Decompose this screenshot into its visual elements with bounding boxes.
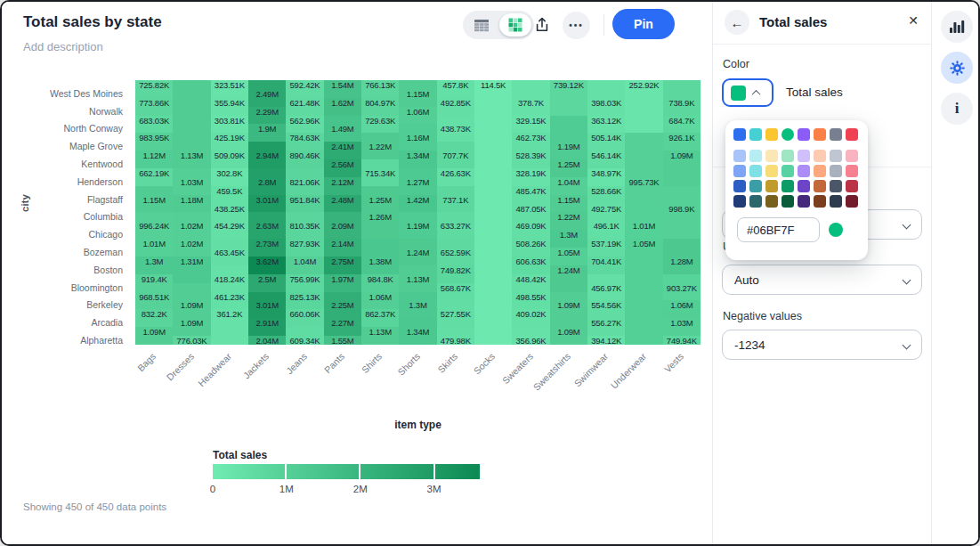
heatmap-cell[interactable] [399, 230, 436, 239]
heatmap-cell[interactable] [474, 292, 512, 301]
heatmap-cell[interactable] [361, 142, 399, 151]
heatmap-cell[interactable] [211, 195, 248, 204]
negative-values-dropdown[interactable]: -1234 [722, 330, 922, 360]
heatmap-cell[interactable] [361, 265, 399, 274]
heatmap-cell[interactable] [437, 133, 474, 142]
palette-swatch[interactable] [814, 195, 826, 208]
heatmap-cell[interactable] [324, 80, 361, 89]
heatmap-cell[interactable] [550, 80, 587, 89]
heatmap-cell[interactable] [248, 283, 286, 292]
heatmap-cell[interactable] [135, 239, 173, 248]
heatmap-cell[interactable] [248, 257, 286, 265]
heatmap-cell[interactable] [625, 89, 662, 98]
heatmap-cell[interactable] [437, 195, 474, 204]
heatmap-cell[interactable] [286, 151, 323, 159]
heatmap-cell[interactable] [286, 265, 323, 274]
palette-swatch[interactable] [830, 180, 842, 192]
palette-swatch[interactable] [798, 180, 810, 192]
palette-swatch[interactable] [782, 195, 794, 208]
heatmap-cell[interactable] [587, 318, 625, 327]
heatmap-cell[interactable] [399, 151, 436, 159]
auto-dropdown[interactable]: Auto [722, 265, 922, 295]
heatmap-cell[interactable] [512, 133, 549, 142]
heatmap-cell[interactable] [663, 89, 701, 98]
heatmap-cell[interactable] [286, 186, 323, 195]
heatmap-cell[interactable] [399, 159, 436, 168]
heatmap-cell[interactable] [512, 274, 549, 283]
heatmap-cell[interactable] [625, 318, 662, 327]
palette-swatch[interactable] [830, 150, 842, 162]
heatmap-cell[interactable] [211, 98, 248, 107]
heatmap-cell[interactable] [173, 257, 210, 265]
heatmap-cell[interactable] [324, 248, 361, 257]
heatmap-cell[interactable] [550, 274, 587, 283]
heatmap-cell[interactable] [361, 300, 399, 309]
heatmap-cell[interactable] [399, 195, 436, 204]
heatmap-cell[interactable] [324, 230, 361, 239]
heatmap-cell[interactable] [324, 195, 361, 204]
heatmap-cell[interactable] [512, 204, 549, 213]
heatmap-cell[interactable] [625, 177, 662, 186]
heatmap-cell[interactable] [135, 212, 173, 221]
heatmap-cell[interactable] [663, 177, 701, 186]
heatmap-cell[interactable] [587, 204, 625, 213]
heatmap-cell[interactable] [587, 309, 625, 318]
heatmap-cell[interactable] [587, 230, 625, 239]
heatmap-cell[interactable] [663, 257, 701, 265]
heatmap-cell[interactable] [550, 212, 587, 221]
heatmap-cell[interactable] [286, 204, 323, 213]
heatmap-cell[interactable] [361, 239, 399, 248]
heatmap-cell[interactable] [324, 151, 361, 159]
heatmap-cell[interactable] [587, 221, 625, 230]
palette-swatch[interactable] [765, 150, 778, 162]
heatmap-cell[interactable] [173, 327, 210, 336]
heatmap-cell[interactable] [625, 204, 662, 213]
palette-swatch[interactable] [830, 195, 842, 208]
heatmap-cell[interactable] [135, 142, 173, 151]
heatmap-cell[interactable] [173, 274, 210, 283]
heatmap-cell[interactable] [324, 116, 361, 125]
heatmap-cell[interactable] [399, 133, 436, 142]
heatmap-cell[interactable] [324, 186, 361, 195]
heatmap-cell[interactable] [663, 248, 701, 257]
heatmap-cell[interactable] [587, 186, 625, 195]
heatmap-cell[interactable] [324, 221, 361, 230]
heatmap-cell[interactable] [663, 300, 701, 309]
heatmap-cell[interactable] [437, 327, 474, 336]
heatmap-cell[interactable] [512, 124, 549, 133]
heatmap-cell[interactable] [474, 300, 512, 309]
heatmap-cell[interactable] [474, 177, 512, 186]
heatmap-cell[interactable] [211, 221, 248, 230]
palette-swatch[interactable] [765, 195, 778, 208]
heatmap-cell[interactable] [663, 212, 701, 221]
heatmap-cell[interactable] [663, 142, 701, 151]
heatmap-cell[interactable] [625, 151, 662, 159]
heatmap-cell[interactable] [474, 318, 512, 327]
heatmap-cell[interactable] [550, 151, 587, 159]
heatmap-cell[interactable] [361, 133, 399, 142]
heatmap-cell[interactable] [135, 168, 173, 177]
heatmap-cell[interactable] [512, 300, 549, 309]
heatmap-cell[interactable] [361, 124, 399, 133]
heatmap-cell[interactable] [211, 159, 248, 168]
heatmap-cell[interactable] [663, 336, 701, 345]
heatmap-cell[interactable] [173, 248, 210, 257]
heatmap-cell[interactable] [587, 124, 625, 133]
heatmap-cell[interactable] [625, 239, 662, 248]
heatmap-cell[interactable] [512, 142, 549, 151]
pin-button[interactable]: Pin [612, 9, 675, 39]
heatmap-cell[interactable] [135, 124, 173, 133]
heatmap-cell[interactable] [173, 212, 210, 221]
heatmap-cell[interactable] [399, 318, 436, 327]
heatmap-cell[interactable] [173, 107, 210, 116]
heatmap-cell[interactable] [361, 159, 399, 168]
heatmap-cell[interactable] [437, 265, 474, 274]
heatmap-cell[interactable] [474, 248, 512, 257]
heatmap-cell[interactable] [550, 300, 587, 309]
heatmap-cell[interactable] [324, 300, 361, 309]
heatmap-cell[interactable] [211, 257, 248, 265]
heatmap-cell[interactable] [625, 283, 662, 292]
heatmap-cell[interactable] [587, 89, 625, 98]
heatmap-cell[interactable] [173, 336, 210, 345]
heatmap-cell[interactable] [248, 80, 286, 89]
